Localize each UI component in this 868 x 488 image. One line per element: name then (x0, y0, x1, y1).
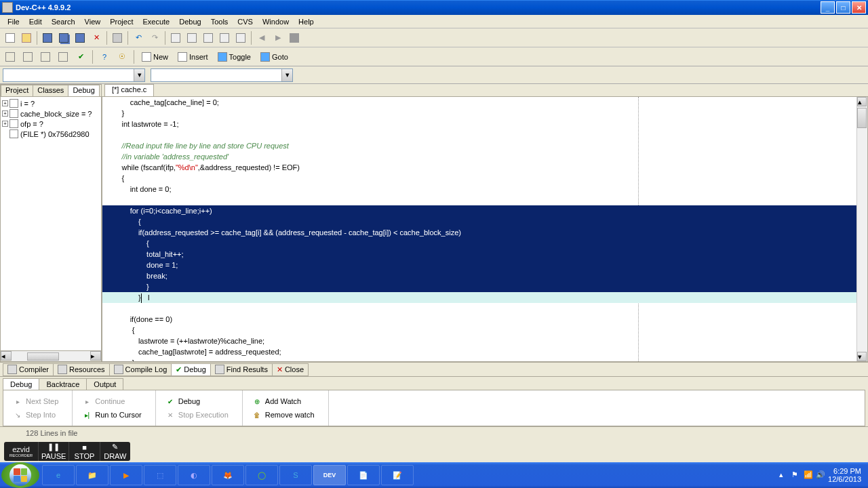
file-tab[interactable]: [*] cache.c (104, 84, 154, 96)
redo-icon[interactable]: ↷ (147, 30, 162, 45)
method-combo[interactable]: ▾ (151, 68, 293, 82)
code-line[interactable]: } (102, 108, 867, 119)
code-line[interactable]: total_hit++; (102, 249, 867, 260)
task-skype[interactable]: S (279, 465, 312, 485)
minimize-button[interactable]: _ (821, 1, 835, 14)
code-line[interactable]: if(done == 0) (102, 314, 867, 325)
system-tray[interactable]: ▴ ⚑ 📶 🔊 6:29 PM 12/6/2013 (775, 467, 865, 483)
check-icon[interactable]: ✔ (73, 49, 88, 64)
code-line[interactable]: cache_tag[cache_line] = 0; (102, 97, 867, 108)
tab-find-results[interactable]: Find Results (210, 363, 273, 376)
task-notes[interactable]: 📝 (381, 465, 414, 485)
code-line[interactable] (102, 303, 867, 314)
menu-edit[interactable]: Edit (24, 16, 47, 27)
layout3-icon[interactable] (38, 49, 53, 64)
editor-vscrollbar[interactable]: ▴ ▾ (856, 97, 867, 361)
rebuild-icon[interactable] (217, 30, 232, 45)
code-line[interactable]: if(address_requested >= cache_tag[i] && … (102, 227, 867, 238)
debug-tab-output[interactable]: Output (86, 378, 123, 390)
code-line[interactable]: { (102, 173, 867, 184)
code-line[interactable] (102, 195, 867, 205)
task-ie[interactable]: e (42, 465, 75, 485)
watch-tree[interactable]: +i = ? +cache_block_size = ? +ofp = ? (F… (1, 97, 101, 350)
close-file-icon[interactable]: ✕ (89, 30, 104, 45)
code-line[interactable]: while (fscanf(ifp,"%d\n",&address_reques… (102, 162, 867, 173)
code-editor[interactable]: cache_tag[cache_line] = 0; } int lastwro… (102, 96, 868, 362)
code-line[interactable]: { (102, 325, 867, 336)
task-app1[interactable]: ⬚ (144, 465, 176, 485)
start-button[interactable] (1, 462, 39, 488)
sidebar-tab-classes[interactable]: Classes (33, 85, 68, 96)
task-media[interactable]: ▶ (110, 465, 142, 485)
menu-search[interactable]: Search (47, 16, 80, 27)
code-line[interactable]: } I (102, 292, 867, 303)
save-all-icon[interactable] (56, 30, 71, 45)
menu-file[interactable]: File (3, 16, 24, 27)
help-icon[interactable]: ? (97, 49, 112, 64)
menu-view[interactable]: View (80, 16, 106, 27)
layout1-icon[interactable] (3, 49, 18, 64)
tab-debug[interactable]: ✔Debug (171, 363, 210, 376)
menu-help[interactable]: Help (294, 16, 319, 27)
print-icon[interactable] (110, 30, 125, 45)
debug-run-icon[interactable] (233, 30, 248, 45)
code-line[interactable]: } (102, 281, 867, 292)
remove-watch-button[interactable]: 🗑Remove watch (252, 410, 315, 420)
pause-button[interactable]: ❚❚PAUSE (38, 442, 68, 461)
code-line[interactable]: done = 1; (102, 260, 867, 270)
code-line[interactable]: for (i=0;i<cache_line;i++) (102, 205, 867, 216)
code-line[interactable]: int done = 0; (102, 184, 867, 195)
nav-stop-icon[interactable] (287, 30, 302, 45)
add-watch-button[interactable]: ⊕Add Watch (252, 396, 315, 406)
layout2-icon[interactable] (20, 49, 35, 64)
code-line[interactable]: cache_tag[lastwrote] = address_requested… (102, 346, 867, 357)
task-explorer[interactable]: 📁 (76, 465, 108, 485)
menu-execute[interactable]: Execute (138, 16, 174, 27)
sidebar-tab-project[interactable]: Project (1, 85, 33, 96)
menu-tools[interactable]: Tools (206, 16, 233, 27)
code-line[interactable]: { (102, 238, 867, 249)
menu-project[interactable]: Project (105, 16, 138, 27)
run-icon[interactable] (184, 30, 199, 45)
goto-button[interactable]: Goto (257, 49, 292, 64)
code-line[interactable]: { (102, 216, 867, 227)
class-combo[interactable]: ▾ (3, 68, 145, 82)
menu-cvs[interactable]: CVS (233, 16, 258, 27)
debug-tab-debug[interactable]: Debug (3, 378, 39, 390)
stop-button[interactable]: ■STOP (68, 442, 99, 461)
layout4-icon[interactable] (56, 49, 71, 64)
code-line[interactable]: //in variable 'address_requested' (102, 151, 867, 162)
menu-window[interactable]: Window (258, 16, 294, 27)
nav-next-icon[interactable]: ▶ (271, 30, 285, 45)
maximize-button[interactable]: □ (836, 1, 850, 14)
close-button[interactable]: ✕ (852, 1, 866, 14)
save-as-icon[interactable] (73, 30, 87, 45)
undo-icon[interactable]: ↶ (131, 30, 146, 45)
code-line[interactable] (102, 129, 867, 140)
code-line[interactable]: lastwrote = (++lastwrote)%cache_line; (102, 336, 867, 346)
new-file-icon[interactable] (3, 30, 18, 45)
task-notepad[interactable]: 📄 (347, 465, 380, 485)
toggle-button[interactable]: Toggle (214, 49, 254, 64)
recorder-overlay[interactable]: ezvidRECORDER ❚❚PAUSE ■STOP ✎DRAW (4, 442, 130, 461)
code-line[interactable]: break; (102, 270, 867, 281)
insert-button[interactable]: Insert (174, 49, 212, 64)
tab-compile-log[interactable]: Compile Log (109, 363, 172, 376)
code-line[interactable]: } (102, 357, 867, 362)
stop-execution-button[interactable]: ✕Stop Execution (165, 410, 229, 420)
nav-prev-icon[interactable]: ◀ (254, 30, 269, 45)
tab-close[interactable]: ✕Close (272, 363, 309, 376)
next-step-button[interactable]: ▸Next Step (13, 396, 58, 406)
run-to-cursor-button[interactable]: ▸|Run to Cursor (82, 410, 141, 420)
draw-button[interactable]: ✎DRAW (100, 442, 130, 461)
new-button[interactable]: New (138, 49, 172, 64)
compile-run-icon[interactable] (201, 30, 216, 45)
sidebar-tab-debug[interactable]: Debug (68, 85, 99, 96)
code-line[interactable]: int lastwrote = -1; (102, 119, 867, 129)
task-app3[interactable]: ◯ (245, 465, 278, 485)
sidebar-scrollbar[interactable]: ◂▸ (1, 350, 101, 361)
step-into-button[interactable]: ↘Step Into (13, 410, 58, 420)
tab-compiler[interactable]: Compiler (3, 363, 54, 376)
debug-tab-backtrace[interactable]: Backtrace (39, 378, 87, 390)
continue-button[interactable]: ▸Continue (82, 396, 141, 406)
